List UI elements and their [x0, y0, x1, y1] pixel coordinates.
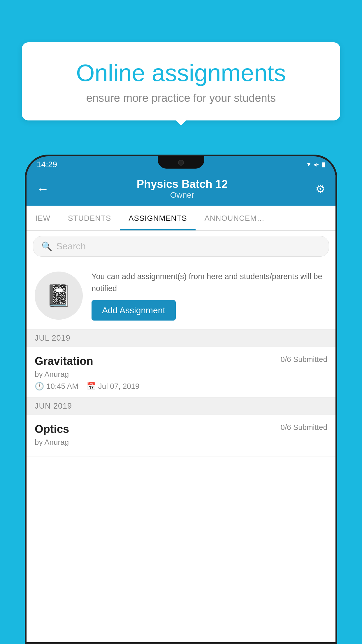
phone-screen: ← Physics Batch 12 Owner ⚙ IEW STUDENTS …	[27, 173, 335, 642]
submitted-count-optics: 0/6 Submitted	[281, 423, 327, 432]
assignment-date: Jul 07, 2019	[98, 382, 140, 391]
volume-down-button	[25, 226, 26, 242]
assignment-author-optics: by Anurag	[35, 438, 327, 447]
assignment-name-optics: Optics	[35, 423, 69, 435]
speech-bubble-container: Online assignments ensure more practice …	[22, 42, 340, 120]
phone-notch	[158, 156, 204, 169]
month-separator-jun: JUN 2019	[27, 398, 335, 415]
app-header: ← Physics Batch 12 Owner ⚙	[27, 173, 335, 206]
calendar-icon: 📅	[87, 382, 96, 391]
batch-name: Physics Batch 12	[49, 178, 315, 190]
assignment-author: by Anurag	[35, 370, 327, 379]
header-center: Physics Batch 12 Owner	[49, 178, 315, 200]
assignment-item-header: Gravitation 0/6 Submitted	[35, 355, 327, 368]
wifi-icon: ▾	[307, 161, 310, 168]
user-role: Owner	[49, 190, 315, 200]
search-bar[interactable]: 🔍 Search	[33, 236, 329, 257]
tabs-bar: IEW STUDENTS ASSIGNMENTS ANNOUNCEM…	[27, 206, 335, 231]
bubble-title: Online assignments	[42, 60, 320, 86]
tab-announcements[interactable]: ANNOUNCEM…	[196, 206, 273, 230]
tab-iew[interactable]: IEW	[27, 206, 59, 230]
search-icon: 🔍	[41, 241, 52, 251]
front-camera	[178, 160, 184, 166]
speech-bubble: Online assignments ensure more practice …	[22, 42, 340, 120]
tab-students[interactable]: STUDENTS	[59, 206, 120, 230]
search-placeholder: Search	[56, 241, 86, 252]
search-bar-container: 🔍 Search	[27, 231, 335, 262]
assignment-item-gravitation[interactable]: Gravitation 0/6 Submitted by Anurag 🕐 10…	[27, 347, 335, 398]
submitted-count: 0/6 Submitted	[281, 355, 327, 364]
promo-description: You can add assignment(s) from here and …	[92, 271, 327, 294]
volume-up-button	[25, 206, 26, 222]
assignment-icon-circle: 📓	[35, 272, 83, 320]
bubble-subtitle: ensure more practice for your students	[42, 92, 320, 104]
status-icons: ▾ ◂▪ ▮	[307, 161, 325, 168]
assignment-item-optics[interactable]: Optics 0/6 Submitted by Anurag	[27, 415, 335, 456]
assignment-name: Gravitation	[35, 355, 93, 368]
battery-icon: ▮	[322, 161, 325, 168]
assignment-time: 10:45 AM	[46, 382, 78, 391]
back-button[interactable]: ←	[37, 182, 49, 196]
clock-icon: 🕐	[35, 382, 44, 391]
assignment-promo-text: You can add assignment(s) from here and …	[92, 271, 327, 321]
date-meta: 📅 Jul 07, 2019	[87, 382, 140, 391]
assignment-promo: 📓 You can add assignment(s) from here an…	[27, 262, 335, 330]
tab-assignments[interactable]: ASSIGNMENTS	[120, 206, 196, 230]
month-separator-jul: JUL 2019	[27, 330, 335, 347]
notebook-icon: 📓	[46, 283, 72, 308]
phone-frame: 14:29 ▾ ◂▪ ▮ ← Physics Batch 12 Owner ⚙ …	[25, 155, 337, 644]
power-button	[336, 215, 337, 238]
add-assignment-button[interactable]: Add Assignment	[92, 300, 176, 321]
status-time: 14:29	[37, 160, 57, 169]
signal-icon: ◂▪	[313, 161, 319, 168]
assignment-item-header-optics: Optics 0/6 Submitted	[35, 423, 327, 435]
assignment-meta: 🕐 10:45 AM 📅 Jul 07, 2019	[35, 382, 327, 391]
time-meta: 🕐 10:45 AM	[35, 382, 78, 391]
settings-button[interactable]: ⚙	[315, 183, 325, 195]
